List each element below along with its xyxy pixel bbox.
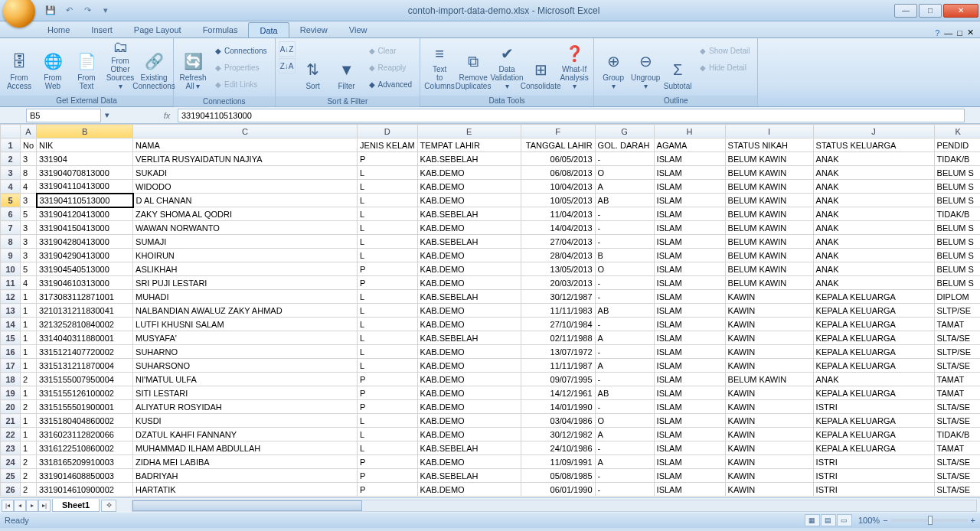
row-header-12[interactable]: 12	[1, 290, 21, 304]
row-header-1[interactable]: 1	[1, 138, 21, 152]
col-header-F[interactable]: F	[521, 125, 595, 138]
close-button[interactable]: ✕	[943, 4, 978, 18]
help-icon[interactable]: ?	[935, 28, 939, 37]
cell-24-0[interactable]: 2	[21, 455, 37, 469]
cell-7-3[interactable]: L	[358, 221, 418, 235]
cell-8-9[interactable]: ANAK	[813, 235, 934, 249]
advanced-button[interactable]: ◆Advanced	[366, 77, 415, 92]
cell-6-4[interactable]: KAB.SEBELAH	[417, 207, 521, 221]
cell-6-1[interactable]: 331904120413000	[37, 207, 133, 221]
cell-19-0[interactable]: 1	[21, 386, 37, 400]
row-header-13[interactable]: 13	[1, 304, 21, 318]
col-header-B[interactable]: B	[37, 125, 133, 138]
cell-11-3[interactable]: P	[358, 276, 418, 290]
cell-16-10[interactable]: SLTP/SE	[934, 345, 980, 359]
from-access-button[interactable]: 🗄FromAccess	[3, 41, 35, 92]
row-header-22[interactable]: 22	[1, 428, 21, 441]
cell-8-7[interactable]: ISLAM	[654, 235, 725, 249]
cell-26-3[interactable]: P	[358, 483, 418, 497]
cell-20-3[interactable]: P	[358, 400, 418, 414]
cell-10-4[interactable]: KAB.DEMO	[417, 262, 521, 276]
cell-4-3[interactable]: L	[358, 180, 418, 194]
cell-23-8[interactable]: KAWIN	[725, 441, 813, 455]
data-validation--button[interactable]: ✔DataValidation ▾	[491, 41, 523, 92]
cell-12-4[interactable]: KAB.SEBELAH	[417, 290, 521, 304]
sheet-nav-prev[interactable]: ◂	[14, 500, 26, 512]
cell-25-8[interactable]: KAWIN	[725, 469, 813, 483]
cell-13-10[interactable]: SLTP/SE	[934, 304, 980, 318]
cell-20-0[interactable]: 2	[21, 400, 37, 414]
cell-7-7[interactable]: ISLAM	[654, 221, 725, 235]
cell-9-8[interactable]: BELUM KAWIN	[725, 249, 813, 262]
cell-8-2[interactable]: SUMAJI	[133, 235, 358, 249]
cell-16-9[interactable]: KEPALA KELUARGA	[813, 345, 934, 359]
cell-25-7[interactable]: ISLAM	[654, 469, 725, 483]
cell-15-10[interactable]: SLTA/SE	[934, 331, 980, 345]
row-header-2[interactable]: 2	[1, 152, 21, 166]
cell-10-8[interactable]: BELUM KAWIN	[725, 262, 813, 276]
cell-26-8[interactable]: KAWIN	[725, 483, 813, 497]
cell-22-4[interactable]: KAB.DEMO	[417, 428, 521, 441]
cell-12-6[interactable]: -	[595, 290, 654, 304]
tab-view[interactable]: View	[338, 22, 378, 37]
col-header-J[interactable]: J	[813, 125, 934, 138]
cell-12-0[interactable]: 1	[21, 290, 37, 304]
cell-16-7[interactable]: ISLAM	[654, 345, 725, 359]
cell-18-0[interactable]: 2	[21, 373, 37, 386]
cell-12-5[interactable]: 30/12/1987	[521, 290, 595, 304]
cell-3-1[interactable]: 331904070813000	[37, 166, 133, 180]
cell-18-9[interactable]: ANAK	[813, 373, 934, 386]
cell-23-7[interactable]: ISLAM	[654, 441, 725, 455]
cell-8-6[interactable]: -	[595, 235, 654, 249]
cell-17-1[interactable]: 3315131211870004	[37, 359, 133, 373]
cell-12-1[interactable]: 3173083112871001	[37, 290, 133, 304]
row-header-16[interactable]: 16	[1, 345, 21, 359]
cell-24-1[interactable]: 3318165209910003	[37, 455, 133, 469]
cell-2-6[interactable]: -	[595, 152, 654, 166]
cell-3-0[interactable]: 8	[21, 166, 37, 180]
cell-21-3[interactable]: L	[358, 414, 418, 428]
cell-header[interactable]: STATUS NIKAH	[725, 138, 813, 152]
cell-3-10[interactable]: BELUM S	[934, 166, 980, 180]
cell-13-5[interactable]: 11/11/1983	[521, 304, 595, 318]
cell-19-4[interactable]: KAB.DEMO	[417, 386, 521, 400]
cell-23-5[interactable]: 24/10/1986	[521, 441, 595, 455]
view-normal-button[interactable]: ▦	[805, 514, 820, 526]
cell-11-8[interactable]: BELUM KAWIN	[725, 276, 813, 290]
cell-22-6[interactable]: A	[595, 428, 654, 441]
cell-10-10[interactable]: BELUM S	[934, 262, 980, 276]
col-header-K[interactable]: K	[934, 125, 980, 138]
row-header-15[interactable]: 15	[1, 331, 21, 345]
cell-26-2[interactable]: HARTATIK	[133, 483, 358, 497]
horizontal-scrollbar[interactable]	[132, 500, 977, 512]
cell-13-7[interactable]: ISLAM	[654, 304, 725, 318]
cell-4-2[interactable]: WIDODO	[133, 180, 358, 194]
cell-25-4[interactable]: KAB.SEBELAH	[417, 469, 521, 483]
view-pagebreak-button[interactable]: ▭	[837, 514, 852, 526]
cell-26-7[interactable]: ISLAM	[654, 483, 725, 497]
cell-2-10[interactable]: TIDAK/B	[934, 152, 980, 166]
cell-4-10[interactable]: BELUM S	[934, 180, 980, 194]
cell-7-4[interactable]: KAB.DEMO	[417, 221, 521, 235]
cell-4-9[interactable]: ANAK	[813, 180, 934, 194]
sort-button[interactable]: ⇅Sort	[297, 41, 329, 92]
row-header-6[interactable]: 6	[1, 207, 21, 221]
cell-15-2[interactable]: MUSYAFA'	[133, 331, 358, 345]
row-header-7[interactable]: 7	[1, 221, 21, 235]
cell-5-8[interactable]: BELUM KAWIN	[725, 194, 813, 207]
cell-header[interactable]: NIK	[37, 138, 133, 152]
cell-15-9[interactable]: KEPALA KELUARGA	[813, 331, 934, 345]
text-to-columns-button[interactable]: ≡Textto Columns	[423, 41, 456, 92]
cell-6-2[interactable]: ZAKY SHOMA AL QODRI	[133, 207, 358, 221]
cell-26-5[interactable]: 06/01/1990	[521, 483, 595, 497]
cell-24-8[interactable]: KAWIN	[725, 455, 813, 469]
cell-10-2[interactable]: ASLIKHAH	[133, 262, 358, 276]
cell-20-10[interactable]: SLTA/SE	[934, 400, 980, 414]
col-header-E[interactable]: E	[417, 125, 521, 138]
cell-11-0[interactable]: 4	[21, 276, 37, 290]
cell-16-5[interactable]: 13/07/1972	[521, 345, 595, 359]
cell-2-4[interactable]: KAB.SEBELAH	[417, 152, 521, 166]
from-other-sources--button[interactable]: 🗂FromOther Sources ▾	[104, 41, 136, 92]
row-header-11[interactable]: 11	[1, 276, 21, 290]
row-header-23[interactable]: 23	[1, 441, 21, 455]
